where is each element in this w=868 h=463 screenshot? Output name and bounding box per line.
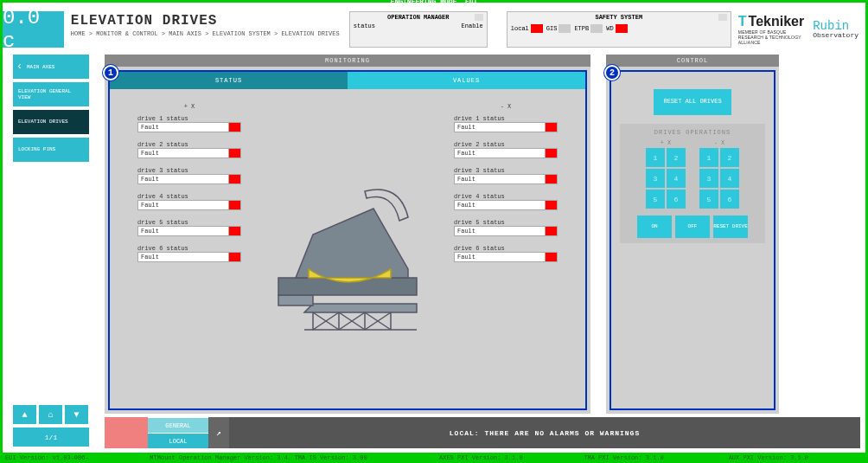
- drive-led: [546, 226, 558, 236]
- drive-value: Fault: [454, 148, 546, 158]
- drive-select-plus-1[interactable]: 1: [646, 148, 665, 167]
- drive-select-minus-5[interactable]: 5: [699, 190, 718, 209]
- callout-badge-2: 2: [604, 65, 620, 80]
- expand-icon[interactable]: [718, 14, 727, 21]
- drive-off-button[interactable]: OFF: [675, 215, 710, 238]
- safety-system-panel: SAFETY SYSTEM local GIS ETPB WD: [507, 11, 731, 48]
- footer-expand-icon[interactable]: ↗: [208, 417, 229, 448]
- drive-led: [229, 122, 241, 132]
- control-panel: CONTROL 2 RESET ALL DRIVES DRIVES OPERAT…: [606, 55, 779, 414]
- sidebar-back[interactable]: MAIN AXES: [13, 55, 89, 79]
- drive-label: drive 5 status: [454, 219, 558, 226]
- tab-status[interactable]: STATUS: [110, 72, 348, 89]
- drive-status-plus-6: drive 6 statusFault: [137, 245, 241, 262]
- safety-wd-led: [616, 24, 628, 33]
- drive-select-plus-3[interactable]: 3: [646, 169, 665, 188]
- safety-local-led: [531, 24, 543, 33]
- telescope-diagram: [241, 103, 454, 400]
- tekniker-logo: Tekniker MEMBER OF BASQUE RESEARCH & TEC…: [738, 14, 804, 45]
- drive-status-minus-1: drive 1 statusFault: [454, 115, 558, 132]
- drive-label: drive 6 status: [454, 245, 558, 252]
- drive-label: drive 1 status: [137, 115, 241, 122]
- drive-status-minus-5: drive 5 statusFault: [454, 219, 558, 236]
- drive-value: Fault: [454, 252, 546, 262]
- drive-select-minus-1[interactable]: 1: [699, 148, 718, 167]
- drive-status-minus-4: drive 4 statusFault: [454, 193, 558, 210]
- drive-led: [546, 122, 558, 132]
- drive-value: Fault: [454, 174, 546, 184]
- drives-operations-label: DRIVES OPERATIONS: [625, 129, 760, 136]
- plus-x-label: + X: [137, 103, 241, 110]
- drive-select-plus-5[interactable]: 5: [646, 190, 665, 209]
- drive-status-minus-6: drive 6 statusFault: [454, 245, 558, 262]
- drive-select-plus-4[interactable]: 4: [667, 169, 686, 188]
- drive-select-minus-3[interactable]: 3: [699, 169, 718, 188]
- safety-etpb-label: ETPB: [574, 25, 589, 32]
- drive-status-plus-2: drive 2 statusFault: [137, 141, 241, 158]
- drive-select-minus-6[interactable]: 6: [720, 190, 739, 209]
- callout-badge-1: 1: [103, 65, 118, 80]
- status-value: Enable: [462, 23, 483, 29]
- drives-operations: DRIVES OPERATIONS + X 123456 - X 123456 …: [620, 124, 765, 243]
- drive-status-plus-4: drive 4 statusFault: [137, 193, 241, 210]
- drive-led: [229, 252, 241, 262]
- drive-value: Fault: [454, 122, 546, 132]
- drive-label: drive 3 status: [137, 167, 241, 174]
- operation-manager-panel: OPERATION MANAGER status Enable: [349, 11, 488, 48]
- drive-led: [229, 174, 241, 184]
- drive-label: drive 2 status: [137, 141, 241, 148]
- reset-drive-button[interactable]: RESET DRIVE: [713, 215, 748, 238]
- drive-led: [229, 200, 241, 210]
- alarm-message: LOCAL: THERE ARE NO ALARMS OR WARNINGS: [229, 417, 860, 448]
- drive-value: Fault: [454, 200, 546, 210]
- safety-local-label: local: [511, 25, 529, 32]
- ops-minus-label: - X: [699, 139, 739, 146]
- sidebar-item-general-view[interactable]: ELEVATION GENERAL VIEW: [13, 82, 89, 106]
- drive-label: drive 5 status: [137, 219, 241, 226]
- nav-up-button[interactable]: ▲: [13, 405, 36, 424]
- rubin-logo: Rubin Observatory: [813, 20, 858, 39]
- nav-down-button[interactable]: ▼: [65, 405, 88, 424]
- reset-all-drives-button[interactable]: RESET ALL DRIVES: [654, 89, 731, 115]
- drive-led: [229, 148, 241, 158]
- drive-status-minus-2: drive 2 statusFault: [454, 141, 558, 158]
- breadcrumb[interactable]: HOME > MONITOR & CONTROL > MAIN AXIS > E…: [71, 30, 342, 37]
- control-label: CONTROL: [606, 55, 779, 67]
- drive-led: [229, 226, 241, 236]
- drive-value: Fault: [137, 122, 229, 132]
- status-label: status: [354, 23, 375, 29]
- drive-label: drive 4 status: [137, 193, 241, 200]
- drive-status-plus-3: drive 3 statusFault: [137, 167, 241, 184]
- footer-local-button[interactable]: LOCAL: [148, 433, 208, 448]
- operation-manager-header: OPERATION MANAGER: [354, 14, 483, 21]
- alarm-indicator[interactable]: [105, 417, 148, 448]
- safety-wd-label: WD: [606, 25, 613, 32]
- tab-values[interactable]: VALUES: [348, 72, 585, 89]
- pager: 1/1: [13, 428, 89, 447]
- sidebar: MAIN AXES ELEVATION GENERAL VIEW ELEVATI…: [13, 55, 89, 165]
- drive-label: drive 2 status: [454, 141, 558, 148]
- sidebar-item-locking-pins[interactable]: LOCKING PINS: [13, 138, 89, 162]
- monitoring-panel: MONITORING 1 STATUS VALUES + X drive 1 s…: [105, 55, 590, 414]
- drive-select-plus-6[interactable]: 6: [667, 190, 686, 209]
- nav-home-button[interactable]: ⌂: [39, 405, 62, 424]
- drive-value: Fault: [137, 226, 229, 236]
- drive-status-plus-5: drive 5 statusFault: [137, 219, 241, 236]
- expand-icon[interactable]: [475, 14, 483, 21]
- drive-value: Fault: [137, 174, 229, 184]
- drive-select-minus-2[interactable]: 2: [720, 148, 739, 167]
- footer-general-button[interactable]: GENERAL: [148, 417, 208, 433]
- drive-value: Fault: [137, 200, 229, 210]
- ops-plus-label: + X: [646, 139, 686, 146]
- drive-led: [546, 148, 558, 158]
- drive-led: [546, 200, 558, 210]
- drive-select-minus-4[interactable]: 4: [720, 169, 739, 188]
- drive-select-plus-2[interactable]: 2: [667, 148, 686, 167]
- drive-on-button[interactable]: ON: [637, 215, 672, 238]
- drive-label: drive 3 status: [454, 167, 558, 174]
- monitoring-label: MONITORING: [105, 55, 590, 67]
- sidebar-item-elevation-drives[interactable]: ELEVATION DRIVES: [13, 110, 89, 134]
- safety-gis-led: [558, 24, 571, 33]
- page-title: ELEVATION DRIVES: [71, 13, 342, 29]
- safety-etpb-led: [590, 24, 603, 33]
